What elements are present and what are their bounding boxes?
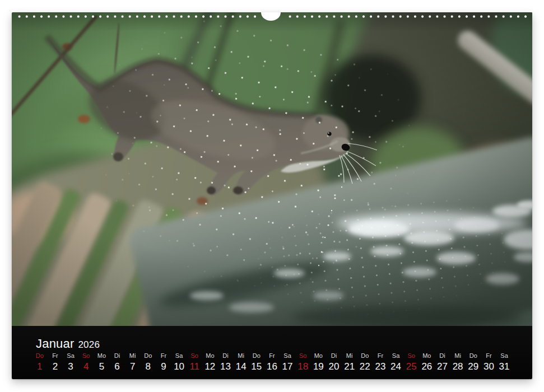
day-number: 16 [264, 362, 280, 372]
day-column-1: Do1 [32, 352, 48, 372]
weekday-label: Mo [311, 352, 327, 359]
day-column-22: Do22 [357, 352, 373, 372]
day-column-3: Sa3 [63, 352, 78, 372]
day-number: 7 [125, 362, 141, 372]
weekday-label: Mi [233, 352, 249, 359]
weekday-label: Di [218, 352, 234, 359]
day-column-14: Mi14 [233, 352, 249, 372]
weekday-label: Sa [496, 352, 512, 359]
day-column-31: Sa31 [496, 352, 512, 372]
day-number: 4 [78, 362, 94, 372]
day-number: 28 [450, 362, 466, 372]
weekday-label: Mi [450, 352, 466, 359]
day-column-15: Do15 [249, 352, 264, 372]
weekday-label: Di [109, 352, 125, 359]
day-number: 23 [373, 362, 388, 372]
day-column-17: Sa17 [280, 352, 295, 372]
weekday-label: So [187, 352, 202, 359]
day-number: 6 [109, 362, 125, 372]
day-number: 5 [94, 362, 110, 372]
day-number: 13 [218, 362, 234, 372]
weekday-label: Sa [280, 352, 295, 359]
weekday-label: Sa [388, 352, 404, 359]
day-number: 27 [435, 362, 450, 372]
day-column-24: Sa24 [388, 352, 404, 372]
day-column-29: Do29 [466, 352, 481, 372]
photo-vignette [12, 12, 532, 326]
calendar-footer-bar: Januar2026 Do1Fr2Sa3So4Mo5Di6Mi7Do8Fr9Sa… [12, 326, 532, 379]
weekday-label: Mo [94, 352, 110, 359]
month-year-title: Januar2026 [36, 337, 100, 351]
day-number: 3 [63, 362, 78, 372]
day-number: 31 [496, 362, 512, 372]
weekday-label: So [403, 352, 419, 359]
weekday-label: Mo [202, 352, 218, 359]
day-number: 21 [342, 362, 357, 372]
year-label: 2026 [78, 339, 100, 350]
day-number: 10 [171, 362, 187, 372]
day-number: 25 [403, 362, 419, 372]
day-column-10: Sa10 [171, 352, 187, 372]
day-column-11: So11 [187, 352, 202, 372]
day-number: 11 [187, 362, 202, 372]
day-column-23: Fr23 [373, 352, 388, 372]
weekday-label: Do [249, 352, 264, 359]
day-column-21: Mi21 [342, 352, 357, 372]
day-number: 17 [280, 362, 295, 372]
day-number: 8 [140, 362, 156, 372]
day-number: 26 [419, 362, 435, 372]
day-column-16: Fr16 [264, 352, 280, 372]
day-column-20: Di20 [326, 352, 342, 372]
day-column-27: Di27 [435, 352, 450, 372]
day-column-9: Fr9 [156, 352, 171, 372]
calendar-days-row: Do1Fr2Sa3So4Mo5Di6Mi7Do8Fr9Sa10So11Mo12D… [32, 352, 512, 372]
day-column-4: So4 [78, 352, 94, 372]
day-column-28: Mi28 [450, 352, 466, 372]
weekday-label: Do [32, 352, 48, 359]
weekday-label: Do [466, 352, 481, 359]
weekday-label: Fr [373, 352, 388, 359]
day-number: 20 [326, 362, 342, 372]
weekday-label: Sa [171, 352, 187, 359]
day-column-25: So25 [403, 352, 419, 372]
weekday-label: Fr [156, 352, 171, 359]
day-column-13: Di13 [218, 352, 234, 372]
weekday-label: Di [326, 352, 342, 359]
weekday-label: Di [435, 352, 450, 359]
day-number: 2 [48, 362, 63, 372]
day-number: 18 [295, 362, 311, 372]
day-number: 12 [202, 362, 218, 372]
weekday-label: Fr [264, 352, 280, 359]
day-column-19: Mo19 [311, 352, 327, 372]
weekday-label: Sa [63, 352, 78, 359]
weekday-label: Mo [419, 352, 435, 359]
day-number: 29 [466, 362, 481, 372]
day-column-12: Mo12 [202, 352, 218, 372]
weekday-label: Mi [342, 352, 357, 359]
day-column-26: Mo26 [419, 352, 435, 372]
weekday-label: So [295, 352, 311, 359]
month-title: Januar [36, 337, 74, 351]
day-number: 1 [32, 362, 48, 372]
weekday-label: So [78, 352, 94, 359]
calendar-product-image: Januar2026 Do1Fr2Sa3So4Mo5Di6Mi7Do8Fr9Sa… [0, 0, 544, 392]
day-number: 22 [357, 362, 373, 372]
day-column-6: Di6 [109, 352, 125, 372]
day-number: 9 [156, 362, 171, 372]
day-column-5: Mo5 [94, 352, 110, 372]
binder-hole-strip [286, 14, 528, 19]
day-column-30: Fr30 [481, 352, 497, 372]
calendar-page: Januar2026 Do1Fr2Sa3So4Mo5Di6Mi7Do8Fr9Sa… [12, 12, 532, 379]
day-number: 19 [311, 362, 327, 372]
weekday-label: Fr [481, 352, 497, 359]
day-column-2: Fr2 [48, 352, 63, 372]
day-number: 15 [249, 362, 264, 372]
weekday-label: Fr [48, 352, 63, 359]
day-column-18: So18 [295, 352, 311, 372]
day-number: 24 [388, 362, 404, 372]
weekday-label: Do [357, 352, 373, 359]
day-column-7: Mi7 [125, 352, 141, 372]
weekday-label: Do [140, 352, 156, 359]
weekday-label: Mi [125, 352, 141, 359]
day-number: 30 [481, 362, 497, 372]
